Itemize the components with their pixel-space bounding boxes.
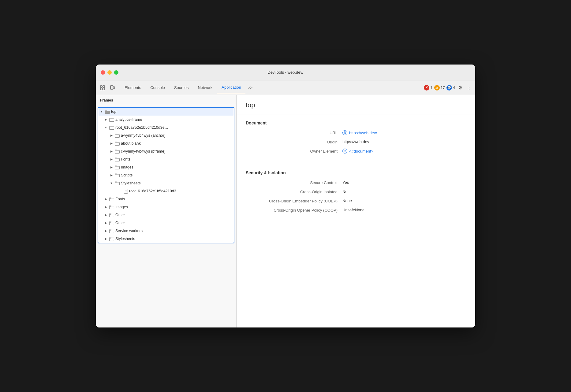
frames-panel: top analytics-iframe xyxy=(98,107,234,243)
arrow-icon xyxy=(104,221,108,225)
arrow-icon xyxy=(104,125,108,130)
content: Frames top xyxy=(96,95,475,327)
tree-label-stylesheet-file: root_616a752e1b5d4210d3… xyxy=(129,189,180,193)
tree-item-stylesheets-inner[interactable]: Stylesheets xyxy=(98,179,234,187)
coop-label: Cross-Origin Opener Policy (COOP) xyxy=(246,208,338,213)
tree-item-stylesheets[interactable]: Stylesheets xyxy=(98,235,234,243)
tree-item-fonts[interactable]: Fonts xyxy=(98,195,234,203)
arrow-icon xyxy=(104,117,108,122)
security-section-title: Security & Isolation xyxy=(246,170,466,175)
owner-link[interactable]: <#document> xyxy=(349,149,374,153)
tree-item-images[interactable]: Images xyxy=(98,203,234,211)
tree-label-analytics: analytics-iframe xyxy=(115,117,142,122)
svg-rect-2 xyxy=(100,88,102,90)
warning-icon: ⚠ xyxy=(434,85,440,91)
url-value: https://web.dev/ xyxy=(342,130,377,135)
tab-application[interactable]: Application xyxy=(217,82,245,93)
svg-rect-3 xyxy=(103,88,105,90)
traffic-lights xyxy=(101,70,118,75)
tab-console[interactable]: Console xyxy=(146,82,169,93)
tab-network[interactable]: Network xyxy=(194,82,217,93)
owner-label: Owner Element xyxy=(246,149,338,153)
svg-rect-5 xyxy=(113,87,114,89)
info-badge[interactable]: 💬 4 xyxy=(446,85,455,91)
cross-origin-isolated-row: Cross-Origin Isolated No xyxy=(246,189,466,194)
titlebar: DevTools - web.dev/ xyxy=(96,65,475,80)
tree-item-cvynmy[interactable]: c-vynmy4vb4wys (bframe) xyxy=(98,147,234,155)
tree-item-other2[interactable]: Other xyxy=(98,219,234,227)
tab-sources[interactable]: Sources xyxy=(170,82,193,93)
error-badge[interactable]: ✕ 1 xyxy=(424,85,432,91)
url-link[interactable]: https://web.dev/ xyxy=(349,131,377,135)
tab-elements[interactable]: Elements xyxy=(120,82,145,93)
svg-rect-4 xyxy=(110,86,113,89)
arrow-icon xyxy=(109,181,114,185)
owner-value: <#document> xyxy=(342,149,374,153)
tree-item-fonts-inner[interactable]: Fonts xyxy=(98,155,234,163)
tree-label-other2: Other xyxy=(115,221,125,225)
tree-item-service-workers[interactable]: Service workers xyxy=(98,227,234,235)
secure-context-row: Secure Context Yes xyxy=(246,180,466,185)
settings-icon[interactable]: ⚙ xyxy=(457,83,464,92)
maximize-button[interactable] xyxy=(114,70,118,75)
tree-label-root616a: root_616a752e1b5d4210d3e… xyxy=(115,125,168,130)
toolbar: Elements Console Sources Network Applica… xyxy=(96,80,475,95)
origin-label: Origin xyxy=(246,139,338,144)
tree-item-other1[interactable]: Other xyxy=(98,211,234,219)
origin-value: https://web.dev xyxy=(342,139,369,144)
tree-label-scripts-inner: Scripts xyxy=(121,173,132,177)
close-button[interactable] xyxy=(101,70,105,75)
tree-label-images-inner: Images xyxy=(121,165,133,169)
warning-badge[interactable]: ⚠ 17 xyxy=(434,85,445,91)
toolbar-right: ✕ 1 ⚠ 17 💬 4 ⚙ ⋮ xyxy=(424,83,473,92)
tree-label-fonts: Fonts xyxy=(115,197,125,201)
arrow-icon xyxy=(109,173,114,177)
arrow-icon xyxy=(104,205,108,209)
tree-item-scripts-inner[interactable]: Scripts xyxy=(98,171,234,179)
tree-label-fonts-inner: Fonts xyxy=(121,157,130,161)
url-label: URL xyxy=(246,130,338,135)
arrow-icon xyxy=(109,133,114,138)
tree-item-root616a[interactable]: root_616a752e1b5d4210d3e… xyxy=(98,124,234,131)
coop-row: Cross-Origin Opener Policy (COOP) Unsafe… xyxy=(246,208,466,213)
url-row: URL https://web.dev/ xyxy=(246,130,466,135)
arrow-icon xyxy=(109,165,114,169)
tree-item-stylesheet-file[interactable]: root_616a752e1b5d4210d3… xyxy=(98,187,234,195)
document-section-title: Document xyxy=(246,120,466,125)
coop-value: UnsafeNone xyxy=(342,208,364,212)
tree-label-aboutblank: about:blank xyxy=(121,141,141,146)
svg-rect-0 xyxy=(100,86,102,87)
tree-item-top[interactable]: top xyxy=(98,108,234,116)
devtools-window: DevTools - web.dev/ Elements xyxy=(96,65,475,327)
arrow-icon xyxy=(109,157,114,161)
device-toolbar-icon[interactable] xyxy=(108,83,117,92)
tree-item-avynmy[interactable]: a-vynmy4vb4wys (anchor) xyxy=(98,131,234,139)
cross-origin-isolated-label: Cross-Origin Isolated xyxy=(246,189,338,194)
owner-row: Owner Element <#document> xyxy=(246,149,466,153)
tree-item-analytics[interactable]: analytics-iframe xyxy=(98,116,234,124)
tree-item-aboutblank[interactable]: about:blank xyxy=(98,139,234,147)
tree-label-avynmy: a-vynmy4vb4wys (anchor) xyxy=(121,133,166,138)
sidebar-header: Frames xyxy=(96,95,236,105)
coep-row: Cross-Origin Embedder Policy (COEP) None xyxy=(246,198,466,203)
arrow-icon xyxy=(109,141,114,146)
security-section: Security & Isolation Secure Context Yes … xyxy=(237,164,475,223)
svg-point-47 xyxy=(345,150,345,150)
arrow-icon xyxy=(99,109,104,114)
tree-label-service-workers: Service workers xyxy=(115,229,143,233)
tree-label-images: Images xyxy=(115,205,128,209)
svg-rect-7 xyxy=(105,110,107,111)
window-title: DevTools - web.dev/ xyxy=(267,70,303,75)
minimize-button[interactable] xyxy=(107,70,112,75)
inspect-icon[interactable] xyxy=(98,83,107,92)
tree-label-stylesheets-inner: Stylesheets xyxy=(121,181,141,185)
owner-icon xyxy=(342,149,347,153)
svg-rect-1 xyxy=(103,86,105,87)
tree-label-cvynmy: c-vynmy4vb4wys (bframe) xyxy=(121,149,166,153)
tree-label-stylesheets: Stylesheets xyxy=(115,237,135,241)
more-options-icon[interactable]: ⋮ xyxy=(465,83,473,92)
more-tabs-button[interactable]: >> xyxy=(246,85,254,90)
tree-item-images-inner[interactable]: Images xyxy=(98,163,234,171)
arrow-icon xyxy=(104,213,108,217)
coep-value: None xyxy=(342,198,352,203)
